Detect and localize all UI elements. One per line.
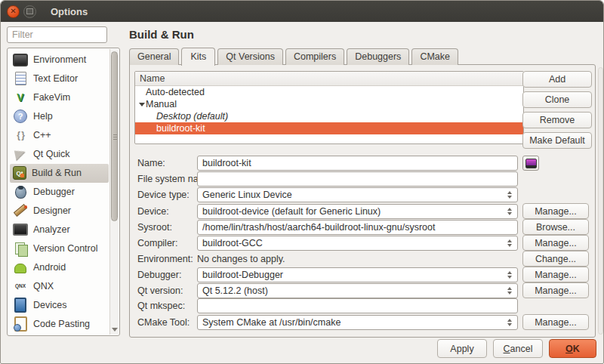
sidebar-item-label: Help	[33, 111, 53, 122]
apply-button[interactable]: Apply	[437, 339, 487, 358]
chevron-down-icon[interactable]	[139, 103, 145, 106]
kit-tree-header: Name	[135, 72, 523, 86]
tab-cmake[interactable]: CMake	[411, 48, 458, 65]
sidebar-item-label: Android	[33, 262, 66, 273]
qt-quick-icon	[13, 147, 28, 162]
spinner-icon	[505, 271, 514, 279]
tab-debuggers[interactable]: Debuggers	[347, 48, 409, 65]
sidebar-item-version-control[interactable]: Version Control	[10, 239, 109, 258]
debugger-manage-button[interactable]: Manage...	[522, 267, 589, 282]
sidebar-item-qt-quick[interactable]: Qt Quick	[10, 145, 109, 164]
environment-label: Environment:	[137, 254, 193, 264]
panel-scrollbar[interactable]	[598, 67, 603, 335]
form-row-debugger: Debugger: buildroot-Debugger Manage...	[137, 267, 590, 282]
sidebar-item-label: Designer	[33, 205, 71, 216]
sidebar-item-help[interactable]: Help	[10, 107, 109, 126]
sysroot-browse-button[interactable]: Browse...	[522, 219, 589, 235]
sidebar-item-label: FakeVim	[33, 92, 70, 103]
form-row-name: Name:	[137, 156, 590, 171]
kit-tree[interactable]: Name Auto-detected Manual Desktop (defau…	[134, 71, 524, 144]
scrollbar-thumb[interactable]	[111, 51, 118, 221]
scrollbar-grip	[113, 137, 117, 137]
window-title: Options	[51, 6, 88, 17]
make-default-button[interactable]: Make Default	[522, 132, 592, 149]
file-system-name-label: File system name:	[137, 174, 193, 184]
clone-button[interactable]: Clone	[522, 91, 592, 108]
sidebar-item-label: Analyzer	[33, 224, 70, 235]
cmake-tool-combobox[interactable]: System CMake at /usr/bin/cmake	[197, 315, 518, 330]
sidebar-item-build-run[interactable]: Build & Run	[10, 164, 109, 183]
compiler-manage-button[interactable]: Manage...	[522, 235, 589, 251]
restore-icon[interactable]	[23, 5, 36, 18]
form-row-cmake-tool: CMake Tool: System CMake at /usr/bin/cma…	[137, 314, 590, 329]
spinner-icon	[505, 319, 514, 326]
fakevim-icon	[13, 90, 28, 105]
sidebar-item-android[interactable]: Android	[10, 258, 109, 276]
sidebar-item-devices[interactable]: Devices	[10, 295, 109, 314]
environment-icon	[13, 52, 28, 67]
qt-version-combobox[interactable]: Qt 5.12.2 (host)	[197, 283, 518, 298]
add-button[interactable]: Add	[522, 71, 592, 88]
compiler-label: Compiler:	[137, 238, 193, 248]
qt-mkspec-field[interactable]	[197, 298, 518, 313]
device-type-label: Device type:	[137, 190, 193, 200]
build-run-icon	[13, 166, 26, 180]
kit-row-buildroot-kit[interactable]: buildroot-kit	[135, 122, 523, 134]
sidebar-item-label: C++	[33, 130, 51, 140]
text-editor-icon	[13, 71, 28, 86]
cmake-tool-manage-button[interactable]: Manage...	[522, 314, 589, 330]
version-control-icon	[13, 241, 28, 256]
name-field[interactable]	[197, 156, 518, 171]
devices-icon	[13, 298, 28, 313]
device-combobox[interactable]: buildroot-device (default for Generic Li…	[197, 204, 518, 219]
sidebar-item-fakevim[interactable]: FakeVim	[10, 88, 109, 107]
sysroot-field[interactable]	[197, 220, 518, 235]
sidebar: Environment Text Editor FakeVim Help C++…	[7, 48, 120, 336]
kit-row-label: Auto-detected	[146, 87, 205, 97]
kit-row-manual[interactable]: Manual	[135, 98, 523, 110]
tab-qt-versions[interactable]: Qt Versions	[217, 48, 283, 65]
options-dialog: ✕ Options Build & Run Environment Text E…	[0, 0, 604, 364]
designer-icon	[13, 203, 28, 218]
tab-compilers[interactable]: Compilers	[285, 48, 344, 65]
sidebar-item-label: Version Control	[33, 243, 97, 254]
titlebar[interactable]: ✕ Options	[1, 1, 603, 22]
form-row-qt-mkspec: Qt mkspec:	[137, 298, 590, 313]
close-icon[interactable]: ✕	[7, 5, 20, 18]
sidebar-item-debugger[interactable]: Debugger	[10, 183, 109, 202]
debugger-label: Debugger:	[137, 270, 193, 280]
sidebar-item-code-pasting[interactable]: Code Pasting	[10, 314, 109, 333]
environment-change-button[interactable]: Change...	[522, 251, 589, 267]
spinner-icon	[505, 287, 514, 295]
sidebar-item-cpp[interactable]: C++	[10, 126, 109, 145]
ok-button[interactable]: OK	[549, 339, 596, 358]
compiler-combobox[interactable]: buildroot-GCC	[197, 236, 518, 251]
kit-row-auto-detected[interactable]: Auto-detected	[135, 86, 523, 98]
kit-row-desktop[interactable]: Desktop (default)	[135, 110, 523, 122]
cancel-button[interactable]: Cancel	[493, 339, 543, 358]
kits-panel: Name Auto-detected Manual Desktop (defau…	[129, 64, 596, 338]
form-row-environment: Environment: No changes to apply. Change…	[137, 251, 590, 266]
code-pasting-icon	[13, 316, 28, 332]
sidebar-item-analyzer[interactable]: Analyzer	[10, 220, 109, 239]
sidebar-scrollbar[interactable]	[109, 49, 119, 335]
tab-general[interactable]: General	[129, 48, 179, 65]
help-icon	[13, 109, 28, 124]
qt-version-label: Qt version:	[137, 285, 193, 296]
qt-version-manage-button[interactable]: Manage...	[522, 282, 589, 298]
tab-kits[interactable]: Kits	[181, 48, 215, 66]
sidebar-item-label: Build & Run	[32, 168, 82, 178]
debugger-combobox[interactable]: buildroot-Debugger	[197, 267, 518, 282]
sidebar-item-designer[interactable]: Designer	[10, 202, 109, 221]
file-system-name-field[interactable]	[197, 171, 518, 187]
device-manage-button[interactable]: Manage...	[522, 203, 589, 219]
remove-button[interactable]: Remove	[522, 112, 592, 128]
scroll-down-icon[interactable]	[112, 328, 118, 332]
variables-button[interactable]	[522, 156, 539, 171]
sidebar-item-text-editor[interactable]: Text Editor	[10, 69, 109, 88]
device-type-combobox[interactable]: Generic Linux Device	[197, 187, 518, 202]
sidebar-item-environment[interactable]: Environment	[10, 51, 109, 69]
filter-input[interactable]	[7, 26, 107, 43]
sidebar-item-label: Debugger	[33, 187, 75, 197]
sidebar-item-qnx[interactable]: QNX	[10, 276, 109, 295]
